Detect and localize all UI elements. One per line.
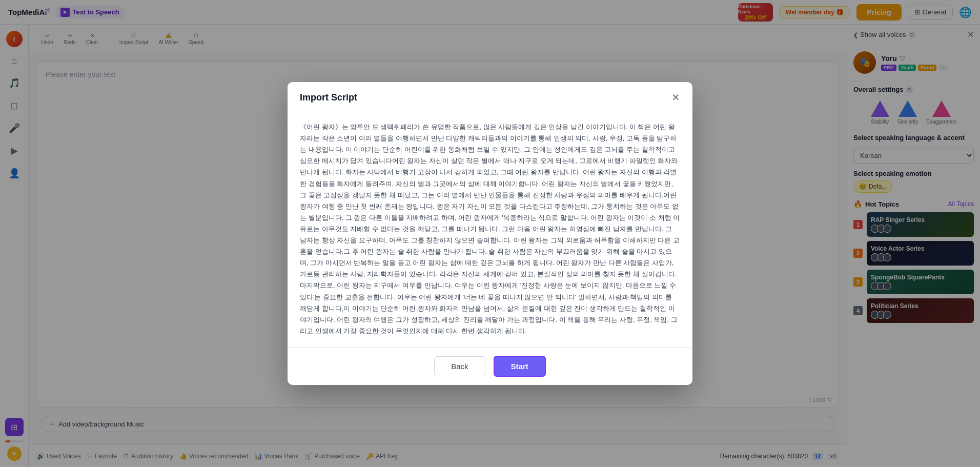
modal-header: Import Script ✕: [288, 82, 692, 111]
modal-start-button[interactable]: Start: [494, 356, 546, 377]
modal-back-button[interactable]: Back: [434, 356, 485, 376]
modal-overlay[interactable]: Import Script ✕ 《어린 왕자》는 앙투안 드 생텍쥐페리가 쓴 …: [0, 0, 980, 467]
modal-title: Import Script: [300, 92, 357, 103]
import-script-modal: Import Script ✕ 《어린 왕자》는 앙투안 드 생텍쥐페리가 쓴 …: [288, 82, 692, 385]
modal-footer: Back Start: [288, 347, 692, 385]
modal-close-button[interactable]: ✕: [671, 91, 680, 104]
modal-body: 《어린 왕자》는 앙투안 드 생텍쥐페리가 쓴 유명한 작품으로, 많은 사람들…: [288, 111, 692, 347]
